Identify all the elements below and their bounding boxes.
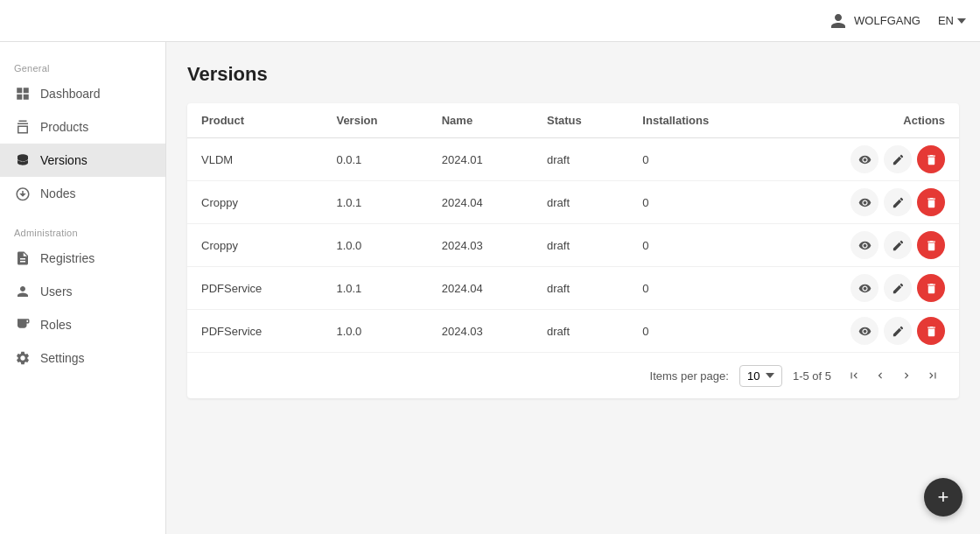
svg-rect-3 (24, 95, 29, 100)
per-page-label: Items per page: (650, 369, 729, 383)
nodes-icon (14, 185, 32, 202)
lang-selector[interactable]: EN (938, 14, 966, 27)
cell-product: Croppy (187, 224, 322, 267)
sidebar-label-roles: Roles (40, 318, 72, 332)
table-row: VLDM 0.0.1 2024.01 draft 0 (187, 138, 959, 181)
per-page-select[interactable]: 10 25 50 (739, 365, 782, 387)
cell-product: PDFService (187, 267, 322, 310)
sidebar-label-settings: Settings (40, 351, 85, 365)
table-row: Croppy 1.0.1 2024.04 draft 0 (187, 181, 959, 224)
sidebar: General Dashboard Products Versions Node… (0, 0, 166, 534)
sidebar-label-users: Users (40, 285, 73, 299)
cell-actions (773, 267, 959, 310)
svg-rect-0 (17, 88, 22, 93)
sidebar-item-nodes[interactable]: Nodes (0, 177, 165, 210)
cell-product: VLDM (187, 138, 322, 181)
doc-button[interactable] (850, 188, 878, 216)
cell-version: 1.0.1 (322, 267, 427, 310)
col-status: Status (533, 103, 628, 138)
cell-status: draft (533, 310, 628, 353)
svg-rect-2 (17, 95, 22, 100)
cell-product: Croppy (187, 181, 322, 224)
table-row: PDFService 1.0.0 2024.03 draft 0 (187, 310, 959, 353)
edit-button[interactable] (884, 317, 912, 345)
doc-button[interactable] (850, 274, 878, 302)
cell-version: 0.0.1 (322, 138, 427, 181)
first-page-button[interactable] (842, 363, 866, 388)
main-content: Versions Product Version Name Status Ins… (166, 0, 980, 534)
cell-installations: 0 (628, 138, 772, 181)
last-page-button[interactable] (920, 363, 945, 388)
cell-name: 2024.03 (428, 310, 533, 353)
cell-status: draft (533, 267, 628, 310)
edit-button[interactable] (884, 231, 912, 259)
chevron-down-icon (957, 18, 966, 24)
delete-button[interactable] (917, 188, 945, 216)
doc-button[interactable] (850, 145, 878, 173)
edit-button[interactable] (884, 274, 912, 302)
users-icon (14, 283, 32, 300)
col-product: Product (187, 103, 322, 138)
cell-version: 1.0.1 (322, 181, 427, 224)
edit-button[interactable] (884, 188, 912, 216)
pagination-row: Items per page: 10 25 50 1-5 of 5 (187, 352, 959, 398)
cell-actions (773, 224, 959, 267)
sidebar-item-settings[interactable]: Settings (0, 341, 165, 375)
sidebar-label-nodes: Nodes (40, 186, 75, 200)
sidebar-item-roles[interactable]: Roles (0, 308, 165, 341)
sidebar-item-registries[interactable]: Registries (0, 242, 165, 275)
sidebar-label-versions: Versions (40, 153, 88, 167)
versions-table-card: Product Version Name Status Installation… (187, 103, 959, 398)
sidebar-item-versions[interactable]: Versions (0, 144, 165, 177)
cell-installations: 0 (628, 181, 772, 224)
sidebar-item-dashboard[interactable]: Dashboard (0, 77, 165, 110)
delete-button[interactable] (917, 274, 945, 302)
cell-actions (773, 181, 959, 224)
delete-button[interactable] (917, 317, 945, 345)
products-icon (14, 118, 32, 136)
cell-installations: 0 (628, 310, 772, 353)
table-row: Croppy 1.0.0 2024.03 draft 0 (187, 224, 959, 267)
lang-label: EN (938, 14, 954, 27)
roles-icon (14, 316, 32, 334)
cell-product: PDFService (187, 310, 322, 353)
cell-actions (773, 310, 959, 353)
sidebar-label-registries: Registries (40, 251, 94, 265)
col-version: Version (322, 103, 427, 138)
cell-name: 2024.04 (428, 181, 533, 224)
cell-actions (773, 138, 959, 181)
doc-button[interactable] (850, 231, 878, 259)
cell-name: 2024.03 (428, 224, 533, 267)
account-icon (830, 12, 847, 30)
admin-section-label: Administration (0, 221, 165, 242)
cell-name: 2024.01 (428, 138, 533, 181)
doc-button[interactable] (850, 317, 878, 345)
cell-status: draft (533, 224, 628, 267)
col-installations: Installations (628, 103, 772, 138)
app-header: WOLFGANG EN (0, 0, 980, 42)
dashboard-icon (14, 85, 32, 102)
cell-status: draft (533, 138, 628, 181)
registries-icon (14, 249, 32, 267)
cell-installations: 0 (628, 267, 772, 310)
edit-button[interactable] (884, 145, 912, 173)
cell-version: 1.0.0 (322, 310, 427, 353)
general-section-label: General (0, 56, 165, 77)
sidebar-item-users[interactable]: Users (0, 275, 165, 308)
delete-button[interactable] (917, 145, 945, 173)
cell-installations: 0 (628, 224, 772, 267)
svg-rect-1 (24, 88, 29, 93)
prev-page-button[interactable] (868, 363, 892, 388)
user-menu[interactable]: WOLFGANG (830, 12, 920, 30)
sidebar-label-products: Products (40, 120, 88, 134)
next-page-button[interactable] (894, 363, 919, 388)
table-row: PDFService 1.0.1 2024.04 draft 0 (187, 267, 959, 310)
add-version-button[interactable]: + (924, 478, 962, 516)
sidebar-label-dashboard: Dashboard (40, 87, 101, 101)
username-label: WOLFGANG (854, 14, 920, 27)
delete-button[interactable] (917, 231, 945, 259)
cell-name: 2024.04 (428, 267, 533, 310)
cell-status: draft (533, 181, 628, 224)
sidebar-item-products[interactable]: Products (0, 110, 165, 144)
col-name: Name (428, 103, 533, 138)
